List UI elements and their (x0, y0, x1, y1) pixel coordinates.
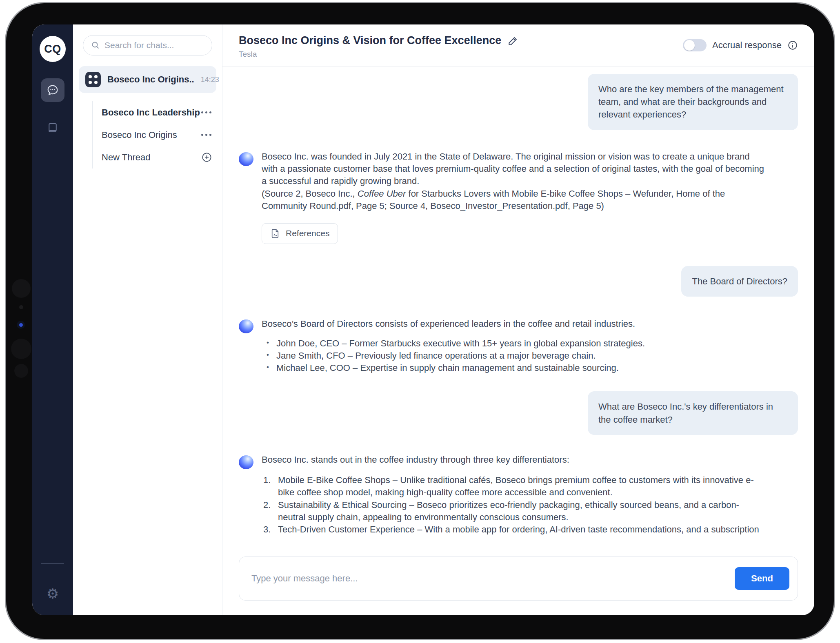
references-button[interactable]: References (262, 223, 338, 244)
search-input[interactable] (104, 40, 204, 50)
app-screen: CQ (32, 24, 814, 615)
chat-subtitle: Tesla (239, 50, 519, 59)
rail-divider (41, 563, 64, 564)
bezel-sensor-dot (12, 279, 31, 298)
chat-list-panel: Boseco Inc Origins.. 14:23 Boseco Inc Le… (73, 24, 222, 615)
user-message-row: What are Boseco Inc.'s key differentiato… (239, 391, 798, 435)
chat-title: Boseco Inc Origins & Vision for Coffee E… (239, 34, 501, 47)
info-icon[interactable] (787, 40, 798, 51)
list-item: Sustainability & Ethical Sourcing – Bose… (262, 499, 764, 523)
active-chat-label: Boseco Inc Origins.. (107, 74, 194, 85)
assistant-message: Boseco Inc. was founded in July 2021 in … (262, 151, 764, 244)
thread-list: Boseco Inc Leadership Boseco Inc Origins… (92, 101, 212, 169)
more-options-icon[interactable] (200, 131, 212, 138)
assistant-message: Boseco Inc. stands out in the coffee ind… (262, 454, 764, 538)
assistant-avatar (239, 455, 253, 469)
source-title-italic: Coffee Uber (358, 188, 406, 199)
thread-label: Boseco Inc Origins (102, 130, 177, 140)
assistant-message: Boseco’s Board of Directors consists of … (262, 318, 645, 375)
chat-header: Boseco Inc Origins & Vision for Coffee E… (222, 24, 814, 67)
assistant-avatar (239, 152, 253, 166)
workspace-grid-icon (85, 72, 101, 87)
chat-bubble-icon (46, 84, 59, 97)
chats-nav-button[interactable] (41, 78, 64, 102)
list-item: Jane Smith, CFO – Previously led finance… (262, 350, 645, 362)
library-nav-button[interactable] (41, 116, 64, 140)
thread-item-origins[interactable]: Boseco Inc Origins (102, 124, 212, 146)
message-composer: Send (239, 557, 798, 601)
thread-item-leadership[interactable]: Boseco Inc Leadership (102, 101, 212, 124)
assistant-message-row: Boseco Inc. stands out in the coffee ind… (239, 454, 798, 538)
user-message-row: The Board of Directors? (239, 266, 798, 297)
message-scroll-area[interactable]: Who are the key members of the managemen… (222, 67, 814, 538)
bezel-sensor-dot (19, 305, 23, 309)
bezel-sensor-dot (14, 364, 28, 378)
add-thread-icon[interactable] (201, 152, 212, 163)
assistant-intro: Boseco’s Board of Directors consists of … (262, 318, 645, 330)
user-message-bubble: The Board of Directors? (681, 266, 798, 297)
user-message-bubble: What are Boseco Inc.'s key differentiato… (588, 391, 798, 435)
source-citation: (Source 2, Boseco Inc., (262, 188, 358, 199)
icon-rail: CQ (32, 24, 73, 615)
list-item: Tech-Driven Customer Experience – With a… (262, 523, 764, 538)
toggle-knob (684, 40, 695, 51)
references-label: References (286, 228, 329, 238)
board-members-list: John Doe, CEO – Former Starbucks executi… (262, 337, 645, 374)
chat-main: Boseco Inc Origins & Vision for Coffee E… (222, 24, 814, 615)
book-icon (47, 122, 59, 134)
search-icon (91, 40, 100, 50)
toggle-label: Accrual response (712, 40, 782, 51)
app-logo: CQ (40, 36, 66, 62)
settings-gear-icon[interactable]: ⚙ (47, 587, 59, 601)
new-thread-item[interactable]: New Thread (102, 146, 212, 169)
user-message-bubble: Who are the key members of the managemen… (588, 74, 798, 130)
tablet-device-frame: CQ (5, 2, 835, 640)
assistant-avatar (239, 319, 253, 333)
more-options-icon[interactable] (200, 109, 212, 116)
list-item: John Doe, CEO – Former Starbucks executi… (262, 337, 645, 350)
assistant-message-row: Boseco Inc. was founded in July 2021 in … (239, 151, 798, 244)
thread-label: Boseco Inc Leadership (102, 107, 200, 118)
edit-pencil-icon[interactable] (508, 35, 519, 46)
list-item: Michael Lee, COO – Expertise in supply c… (262, 362, 645, 374)
rail-bottom-group: ⚙ (41, 563, 64, 615)
assistant-message-row: Boseco’s Board of Directors consists of … (239, 318, 798, 375)
message-input[interactable] (251, 573, 735, 584)
send-button[interactable]: Send (735, 567, 789, 590)
assistant-paragraph: Boseco Inc. was founded in July 2021 in … (262, 151, 764, 186)
active-chat-item[interactable]: Boseco Inc Origins.. 14:23 (79, 66, 216, 93)
document-icon (270, 228, 280, 239)
chat-search-box[interactable] (83, 35, 212, 55)
assistant-intro: Boseco Inc. stands out in the coffee ind… (262, 454, 764, 466)
bezel-sensor-dot (11, 339, 31, 359)
list-item: Mobile E-Bike Coffee Shops – Unlike trad… (262, 474, 764, 499)
bezel-camera-dot (17, 321, 25, 329)
user-message-row: Who are the key members of the managemen… (239, 74, 798, 130)
active-chat-time: 14:23 (201, 75, 219, 84)
differentiators-list: Mobile E-Bike Coffee Shops – Unlike trad… (262, 474, 764, 538)
new-thread-label: New Thread (102, 152, 150, 163)
accrual-response-toggle[interactable] (683, 39, 707, 51)
